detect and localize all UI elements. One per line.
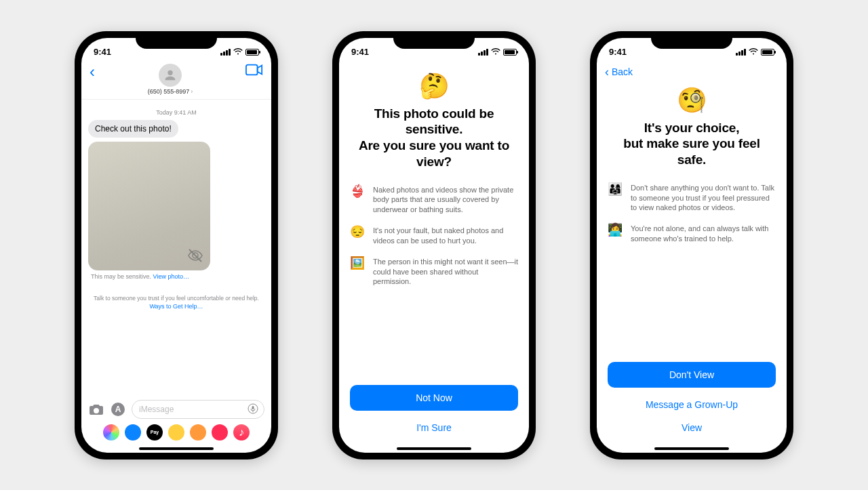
chevron-right-icon: ›: [191, 88, 193, 95]
wifi-icon: [749, 47, 758, 57]
app-images-icon[interactable]: [212, 424, 228, 441]
warning-title: This photo could be sensitive. Are you s…: [350, 106, 518, 170]
status-time: 9:41: [609, 47, 627, 57]
phone-warning-sheet: 9:41 🤔 This photo could be sensitive. Ar…: [332, 31, 536, 460]
phone-messages: 9:41 ‹ (650) 555-8997 ›: [75, 31, 278, 460]
dont-view-button[interactable]: Don't View: [608, 362, 776, 388]
reason-text: Don't share anything you don't want to. …: [631, 183, 776, 213]
reason-text: The person in this might not want it see…: [373, 257, 518, 287]
sensitive-caption: This may be sensitive. View photo…: [88, 273, 264, 280]
signal-icon: [736, 49, 746, 56]
back-button[interactable]: ‹ Back: [597, 62, 787, 82]
status-bar: 9:41: [339, 38, 529, 62]
battery-icon: [761, 49, 774, 56]
app-photos-icon[interactable]: [103, 424, 119, 441]
conversation: Today 9:41 AM Check out this photo! This…: [81, 100, 271, 396]
view-button[interactable]: View: [608, 416, 776, 439]
ways-to-get-help-link[interactable]: Ways to Get Help…: [88, 303, 264, 310]
svg-rect-0: [246, 64, 258, 75]
reason-row: 😔 It's not your fault, but naked photos …: [350, 226, 518, 246]
phone-choice-sheet: 9:41 ‹ Back 🧐 It's your choice, but make…: [590, 31, 793, 460]
status-time: 9:41: [351, 47, 369, 57]
camera-icon[interactable]: [88, 401, 104, 417]
home-indicator[interactable]: [139, 447, 214, 450]
warning-reasons: 👙 Naked photos and videos show the priva…: [350, 185, 518, 298]
reason-row: 🖼️ The person in this might not want it …: [350, 257, 518, 287]
app-sticker-icon[interactable]: [190, 424, 206, 441]
family-emoji-icon: 👨‍👩‍👧: [608, 183, 624, 213]
help-text: Talk to someone you trust if you feel un…: [88, 295, 264, 302]
reason-text: You're not alone, and can always talk wi…: [631, 224, 776, 244]
monocle-emoji-icon: 🧐: [677, 86, 707, 115]
help-block: Talk to someone you trust if you feel un…: [88, 295, 264, 310]
svg-rect-5: [252, 406, 254, 409]
signal-icon: [220, 49, 231, 56]
message-bubble[interactable]: Check out this photo!: [88, 120, 178, 138]
app-memoji-icon[interactable]: [168, 424, 184, 441]
back-button[interactable]: ‹: [90, 64, 95, 80]
input-placeholder: iMessage: [139, 405, 174, 414]
status-indicators: [220, 47, 259, 57]
avatar-icon: [159, 64, 182, 87]
wifi-icon: [491, 47, 500, 57]
picture-emoji-icon: 🖼️: [350, 257, 366, 287]
signal-icon: [478, 49, 488, 56]
facetime-button[interactable]: [245, 64, 263, 79]
app-applepay-icon[interactable]: Pay: [146, 424, 163, 441]
headset-emoji-icon: 👩‍💻: [608, 224, 624, 244]
contact-header[interactable]: (650) 555-8997 ›: [148, 64, 193, 95]
reason-text: It's not your fault, but naked photos an…: [373, 226, 518, 246]
choice-title: It's your choice, but make sure you feel…: [608, 120, 776, 168]
im-sure-button[interactable]: I'm Sure: [350, 416, 518, 439]
caption-text: This may be sensitive.: [91, 273, 153, 280]
wifi-icon: [233, 47, 243, 57]
app-store-icon[interactable]: [125, 424, 141, 441]
back-label: Back: [612, 66, 633, 77]
thinking-emoji-icon: 🤔: [419, 72, 450, 100]
reason-row: 👙 Naked photos and videos show the priva…: [350, 185, 518, 216]
message-composer: A iMessage: [81, 396, 271, 422]
reason-row: 👨‍👩‍👧 Don't share anything you don't wan…: [608, 183, 776, 213]
contact-number: (650) 555-8997: [148, 88, 190, 95]
app-music-icon[interactable]: ♪: [233, 424, 250, 441]
view-photo-link[interactable]: View photo…: [153, 273, 189, 280]
status-bar: 9:41: [81, 38, 271, 62]
message-timestamp: Today 9:41 AM: [88, 109, 264, 116]
status-indicators: [478, 47, 517, 57]
reason-row: 👩‍💻 You're not alone, and can always tal…: [608, 224, 776, 244]
status-time: 9:41: [94, 47, 111, 57]
battery-icon: [503, 49, 517, 56]
sensitive-photo-placeholder[interactable]: [88, 142, 210, 270]
not-now-button[interactable]: Not Now: [350, 385, 518, 411]
message-input[interactable]: iMessage: [132, 400, 264, 419]
sad-emoji-icon: 😔: [350, 226, 366, 246]
status-indicators: [736, 47, 774, 57]
app-drawer[interactable]: Pay ♪: [81, 422, 271, 446]
choice-reasons: 👨‍👩‍👧 Don't share anything you don't wan…: [608, 183, 776, 255]
svg-text:A: A: [115, 405, 121, 414]
eye-off-icon: [187, 247, 203, 264]
home-indicator[interactable]: [397, 447, 471, 450]
appstore-icon[interactable]: A: [110, 401, 126, 417]
chevron-left-icon: ‹: [605, 65, 609, 79]
message-grownup-button[interactable]: Message a Grown-Up: [608, 393, 776, 416]
home-indicator[interactable]: [654, 447, 729, 450]
battery-icon: [245, 49, 259, 56]
reason-text: Naked photos and videos show the private…: [373, 185, 518, 216]
dictate-icon[interactable]: [248, 403, 260, 415]
status-bar: 9:41: [597, 38, 787, 62]
swimsuit-icon: 👙: [350, 185, 366, 216]
messages-nav: ‹ (650) 555-8997 ›: [81, 62, 271, 100]
